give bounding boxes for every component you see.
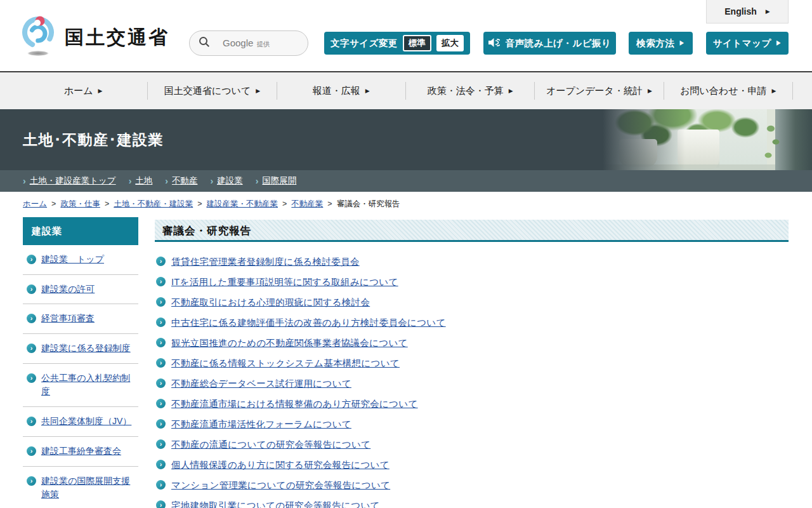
- report-link[interactable]: 賃貸住宅管理業者登録制度に係る検討委員会: [171, 255, 360, 268]
- section-title: 土地･不動産･建設業: [23, 130, 164, 150]
- global-nav-item[interactable]: 政策・法令・予算 ▶: [406, 82, 535, 100]
- circle-arrow-icon: ›: [27, 255, 36, 264]
- chevron-right-icon: ›: [23, 176, 26, 186]
- circle-arrow-icon: ›: [156, 419, 166, 429]
- sidebar-item[interactable]: › 建設工事紛争審査会: [23, 437, 138, 467]
- breadcrumb-item: > ホーム: [23, 199, 47, 210]
- list-item[interactable]: › 不動産流通市場における情報整備のあり方研究会について: [155, 398, 789, 410]
- report-link[interactable]: 観光立国推進のための不動産関係事業者協議会について: [171, 337, 408, 349]
- chevron-right-icon: ▶: [766, 9, 770, 15]
- section-nav-item[interactable]: › 国際展開: [256, 175, 297, 187]
- search-placeholder: Google 提供: [223, 37, 270, 49]
- breadcrumb-link[interactable]: 不動産業: [291, 199, 323, 210]
- sidebar-link[interactable]: 建設工事紛争審査会: [41, 444, 121, 458]
- global-nav-label: 国土交通省について: [164, 85, 251, 97]
- section-nav-link[interactable]: 土地: [135, 175, 152, 187]
- circle-arrow-icon: ›: [156, 480, 166, 490]
- sidebar-item[interactable]: › 建設業に係る登録制度: [23, 334, 138, 364]
- font-size-enlarge-button[interactable]: 拡大: [436, 35, 464, 51]
- report-link[interactable]: マンション管理業についての研究会等報告について: [171, 479, 390, 491]
- list-item[interactable]: › 不動産の流通についての研究会等報告について: [155, 438, 789, 451]
- circle-arrow-icon: ›: [156, 257, 166, 266]
- sidebar-menu: › 建設業 トップ › 建設業の許可 › 経営事項審査 › 建設業に係る登録制度: [23, 245, 138, 508]
- global-nav-item[interactable]: お問い合わせ・申請 ▶: [664, 82, 793, 100]
- report-link[interactable]: 不動産流通市場活性化フォーラムについて: [171, 418, 351, 431]
- sidebar-item[interactable]: › 経営事項審査: [23, 304, 138, 334]
- global-nav-item[interactable]: 国土交通省について ▶: [148, 82, 277, 100]
- section-nav-link[interactable]: 土地・建設産業トップ: [30, 175, 116, 187]
- breadcrumb-link[interactable]: 政策・仕事: [60, 199, 100, 210]
- text-to-speech-button[interactable]: 音声読み上げ・ルビ振り: [483, 32, 616, 55]
- sidebar-link[interactable]: 公共工事の入札契約制度: [41, 371, 137, 399]
- sidebar-item[interactable]: › 公共工事の入札契約制度: [23, 364, 138, 407]
- search-method-button[interactable]: 検索方法 ▶: [629, 32, 693, 55]
- sidebar-link[interactable]: 建設業の許可: [41, 283, 95, 297]
- report-link[interactable]: 不動産取引における心理的瑕疵に関する検討会: [171, 296, 370, 309]
- report-link[interactable]: ITを活用した重要事項説明等に関する取組みについて: [171, 276, 398, 288]
- sidebar-link[interactable]: 経営事項審査: [41, 312, 95, 326]
- circle-arrow-icon: ›: [156, 277, 166, 286]
- site-logo[interactable]: 国土交通省: [20, 15, 169, 60]
- chevron-right-icon: ▶: [772, 88, 776, 94]
- report-link[interactable]: 不動産に係る情報ストックシステム基本構想について: [171, 357, 400, 370]
- section-banner: 土地･不動産･建設業: [0, 109, 812, 170]
- breadcrumb-link[interactable]: 建設産業・不動産業: [207, 199, 278, 210]
- sidebar-item[interactable]: › 共同企業体制度（JV）: [23, 407, 138, 437]
- global-nav-item[interactable]: ホーム ▶: [19, 82, 148, 100]
- list-item[interactable]: › 不動産総合データベース試行運用について: [155, 377, 789, 390]
- list-item[interactable]: › 不動産流通市場活性化フォーラムについて: [155, 418, 789, 431]
- site-search-input[interactable]: Google 提供: [189, 30, 308, 56]
- section-nav-link[interactable]: 国際展開: [262, 175, 296, 187]
- sidebar-link[interactable]: 建設業 トップ: [41, 253, 104, 267]
- font-size-standard-button[interactable]: 標準: [403, 35, 431, 51]
- circle-arrow-icon: ›: [156, 338, 166, 347]
- breadcrumb-item: > 政策・仕事: [51, 199, 100, 210]
- circle-arrow-icon: ›: [27, 446, 36, 456]
- list-item[interactable]: › マンション管理業についての研究会等報告について: [155, 479, 789, 491]
- sidebar-item[interactable]: › 建設業 トップ: [23, 245, 138, 275]
- list-item[interactable]: › 中古住宅に係る建物評価手法の改善のあり方検討委員会について: [155, 316, 789, 329]
- circle-arrow-icon: ›: [156, 439, 166, 449]
- page-title: 審議会・研究報告: [155, 220, 789, 242]
- report-link[interactable]: 不動産の流通についての研究会等報告について: [171, 438, 370, 451]
- list-item[interactable]: › 不動産取引における心理的瑕疵に関する検討会: [155, 296, 789, 309]
- section-nav-link[interactable]: 不動産: [172, 175, 198, 187]
- chevron-right-icon: ▶: [648, 88, 652, 94]
- section-nav-item[interactable]: › 建設業: [210, 175, 242, 187]
- sidebar-link[interactable]: 建設業の国際展開支援施策: [41, 474, 137, 502]
- list-item[interactable]: › ITを活用した重要事項説明等に関する取組みについて: [155, 276, 789, 288]
- list-item[interactable]: › 観光立国推進のための不動産関係事業者協議会について: [155, 337, 789, 349]
- section-nav-item[interactable]: › 土地・建設産業トップ: [23, 175, 116, 187]
- breadcrumb-link[interactable]: 土地・不動産・建設業: [114, 199, 193, 210]
- font-size-label: 文字サイズ変更: [331, 37, 398, 50]
- list-item[interactable]: › 不動産に係る情報ストックシステム基本構想について: [155, 357, 789, 370]
- list-item[interactable]: › 個人情報保護のあり方に関する研究会報告について: [155, 458, 789, 471]
- report-link[interactable]: 不動産総合データベース試行運用について: [171, 377, 351, 390]
- report-link[interactable]: 不動産流通市場における情報整備のあり方研究会について: [171, 398, 418, 410]
- list-item[interactable]: › 賃貸住宅管理業者登録制度に係る検討委員会: [155, 255, 789, 268]
- breadcrumb-link[interactable]: ホーム: [23, 199, 47, 210]
- sidebar-item[interactable]: › 建設業の許可: [23, 275, 138, 305]
- circle-arrow-icon: ›: [156, 378, 166, 388]
- section-nav-item[interactable]: › 不動産: [165, 175, 197, 187]
- chevron-right-icon: ▶: [365, 88, 370, 94]
- sidebar-item[interactable]: › 建設業の国際展開支援施策: [23, 467, 138, 508]
- global-nav-label: 報道・広報: [313, 85, 360, 97]
- report-link[interactable]: 宅地建物取引業についての研究会等報告について: [171, 499, 380, 508]
- section-nav-item[interactable]: › 土地: [129, 175, 153, 187]
- breadcrumb-current: 審議会・研究報告: [337, 199, 400, 210]
- sidebar-link[interactable]: 共同企業体制度（JV）: [41, 415, 131, 429]
- report-link[interactable]: 中古住宅に係る建物評価手法の改善のあり方検討委員会について: [171, 316, 446, 329]
- report-link[interactable]: 個人情報保護のあり方に関する研究会報告について: [171, 458, 390, 471]
- mlit-logo-icon: [20, 15, 57, 60]
- english-label: English: [724, 6, 757, 17]
- section-nav-link[interactable]: 建設業: [217, 175, 243, 187]
- circle-arrow-icon: ›: [27, 417, 36, 426]
- english-button[interactable]: English ▶: [706, 0, 789, 23]
- global-nav-item[interactable]: オープンデータ・統計 ▶: [535, 82, 664, 100]
- sidebar-link[interactable]: 建設業に係る登録制度: [41, 342, 131, 356]
- circle-arrow-icon: ›: [27, 476, 36, 486]
- list-item[interactable]: › 宅地建物取引業についての研究会等報告について: [155, 499, 789, 508]
- sitemap-button[interactable]: サイトマップ ▶: [706, 32, 789, 55]
- global-nav-item[interactable]: 報道・広報 ▶: [277, 82, 406, 100]
